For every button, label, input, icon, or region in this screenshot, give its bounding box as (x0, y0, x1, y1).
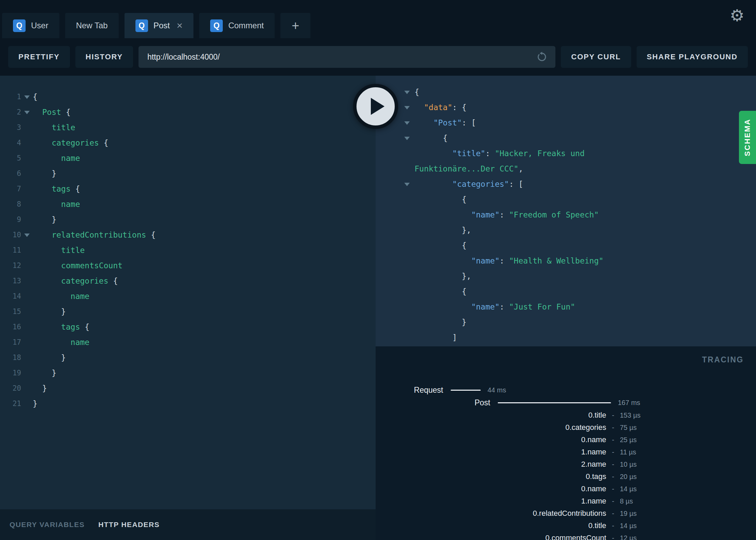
fold-caret-icon[interactable] (399, 177, 415, 192)
line-number: 9 (0, 212, 21, 227)
caret-triangle (24, 111, 30, 114)
reload-icon[interactable] (536, 51, 547, 62)
code-token (33, 138, 52, 147)
query-line: 5 name (0, 151, 376, 166)
trace-dash: - (606, 497, 620, 505)
history-button[interactable]: HISTORY (75, 46, 133, 68)
code-text: "Post": [ (415, 115, 476, 131)
code-text: tags { (33, 319, 89, 335)
code-token: Post (42, 108, 61, 117)
code-token: "name" (471, 302, 499, 311)
fold-spacer (21, 151, 33, 166)
new-tab-button[interactable]: + (280, 13, 310, 38)
query-line: 10 relatedContributions { (0, 227, 376, 243)
code-token: "Health & Wellbeing" (509, 256, 604, 265)
code-token: tags (61, 322, 80, 331)
tracing-title: TRACING (702, 355, 744, 364)
code-text: tags { (33, 181, 80, 197)
fold-caret-icon[interactable] (399, 85, 415, 100)
fold-caret-icon[interactable] (21, 89, 33, 105)
code-text: name (33, 335, 89, 350)
query-line: 1{ (0, 89, 376, 105)
line-number: 4 (0, 135, 21, 151)
trace-field-row: 0.title-14 µs (376, 520, 756, 532)
copy-curl-button[interactable]: COPY CURL (561, 46, 631, 68)
query-line: 13 categories { (0, 273, 376, 289)
settings-gear-icon[interactable]: ⚙ (730, 7, 744, 24)
code-text: "data": { (415, 100, 466, 115)
fold-spacer (21, 120, 33, 135)
trace-dash: - (606, 485, 620, 493)
code-token (33, 246, 61, 255)
code-token (33, 123, 52, 132)
code-token: } (33, 215, 56, 224)
code-text: relatedContributions { (33, 227, 156, 243)
query-line: 4 categories { (0, 135, 376, 151)
code-token (415, 118, 433, 127)
code-token: }, (415, 272, 471, 281)
endpoint-url-input[interactable] (147, 52, 531, 62)
code-text: categories { (33, 135, 108, 151)
code-token: name (61, 154, 80, 163)
code-token: ] (415, 333, 457, 342)
trace-span-label: Request (376, 386, 443, 395)
trace-field-label: 0.title (376, 521, 606, 530)
fold-caret-icon[interactable] (399, 115, 415, 131)
http-headers-toggle[interactable]: HTTP HEADERS (98, 521, 160, 529)
response-line: { (399, 131, 756, 146)
trace-field-label: 1.name (376, 497, 606, 506)
fold-caret-icon[interactable] (399, 131, 415, 146)
trace-dash: - (606, 473, 620, 481)
fold-spacer (21, 350, 33, 365)
fold-spacer (21, 243, 33, 258)
fold-spacer (399, 315, 415, 330)
prettify-button[interactable]: PRETTIFY (8, 46, 70, 68)
code-token: { (415, 241, 466, 250)
code-text: { (415, 238, 466, 253)
code-token (33, 230, 52, 239)
fold-caret-icon[interactable] (399, 100, 415, 115)
code-token: categories (61, 276, 108, 285)
fold-caret-icon[interactable] (21, 227, 33, 243)
share-playground-button[interactable]: SHARE PLAYGROUND (637, 46, 748, 68)
trace-dash: - (606, 461, 620, 468)
fold-spacer (21, 212, 33, 227)
execute-button[interactable] (353, 84, 398, 129)
tab-label: Post (154, 21, 170, 30)
trace-dash: - (606, 522, 620, 530)
code-token (415, 256, 471, 265)
tab-new-tab[interactable]: New Tab (65, 13, 119, 38)
code-text: } (33, 212, 56, 227)
tab-user[interactable]: QUser (2, 13, 59, 38)
trace-field-row: 0.title-153 µs (376, 409, 756, 421)
query-badge-icon: Q (13, 19, 26, 32)
code-token: tags (52, 184, 70, 193)
line-number: 16 (0, 319, 21, 335)
query-variables-toggle[interactable]: QUERY VARIABLES (10, 521, 85, 529)
fold-spacer (399, 238, 415, 253)
fold-spacer (21, 135, 33, 151)
graphql-playground: QUserNew TabQPost×QComment+ ⚙ PRETTIFY H… (0, 0, 756, 540)
fold-caret-icon[interactable] (21, 105, 33, 120)
query-line: 12 commentsCount (0, 258, 376, 273)
fold-spacer (399, 146, 415, 161)
code-text: } (415, 315, 466, 330)
response-line: { (399, 85, 756, 100)
code-text: } (33, 350, 66, 365)
code-token: : [ (509, 180, 523, 189)
tab-post[interactable]: QPost× (125, 13, 194, 38)
tab-comment[interactable]: QComment (199, 13, 275, 38)
trace-field-duration: 12 µs (620, 534, 637, 540)
trace-field-row: 0.relatedContributions-19 µs (376, 507, 756, 520)
trace-field-label: 0.title (376, 411, 606, 420)
line-number: 5 (0, 151, 21, 166)
response-line: "name": "Just For Fun" (399, 299, 756, 315)
close-icon[interactable]: × (177, 20, 183, 31)
code-token: "data" (424, 103, 452, 112)
tab-label: User (31, 21, 48, 30)
query-line: 18 } (0, 350, 376, 365)
query-editor[interactable]: 1{2 Post {3 title4 categories {5 name6 }… (0, 76, 376, 509)
schema-tab[interactable]: SCHEMA (739, 111, 756, 164)
trace-field-row: 1.name-8 µs (376, 495, 756, 507)
trace-dash: - (606, 436, 620, 444)
